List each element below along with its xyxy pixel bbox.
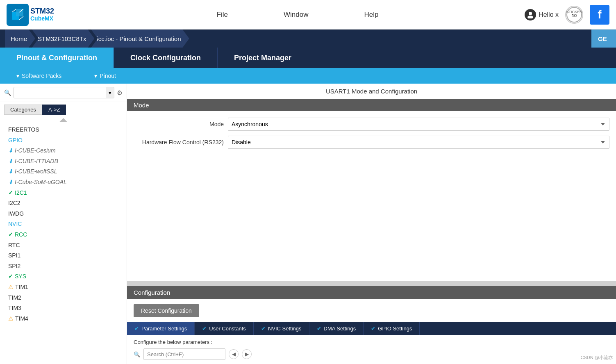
sidebar-item-rtc[interactable]: RTC — [6, 240, 127, 251]
sidebar-item-icube-ittiadb[interactable]: ⬇ I-CUBE-ITTIADB — [6, 156, 127, 167]
svg-text:10: 10 — [572, 13, 577, 18]
top-right-area: Hello x STICKER 10 f — [525, 5, 609, 25]
breadcrumb-bar: Home STM32F103C8Tx icc.ioc - Pinout & Co… — [0, 30, 616, 48]
tim2-label: TIM2 — [8, 294, 21, 302]
categories-label: Categories — [10, 107, 36, 113]
breadcrumb-file[interactable]: icc.ioc - Pinout & Configuration — [91, 30, 189, 48]
logo-stm32: STM32 — [30, 7, 54, 16]
icube-cesium-label: I-CUBE-Cesium — [15, 147, 56, 155]
config-tab-gpio-settings[interactable]: ✔ GPIO Settings — [364, 322, 420, 335]
warning-icon-tim4: ⚠ — [8, 315, 14, 323]
sidebar-item-i2c1[interactable]: ✓ I2C1 — [6, 188, 127, 198]
breadcrumb-right[interactable]: GE — [591, 30, 616, 48]
tim3-label: TIM3 — [8, 304, 21, 312]
hw-flow-select[interactable]: Disable — [228, 136, 609, 149]
tim4-label: TIM4 — [15, 315, 28, 323]
sidebar-search-area: 🔍 ▾ ⚙ — [0, 84, 127, 102]
sidebar-item-tim4[interactable]: ⚠ TIM4 — [6, 314, 127, 324]
breadcrumb-chip[interactable]: STM32F103C8Tx — [32, 30, 94, 48]
config-tab-parameter-settings[interactable]: ✔ Parameter Settings — [127, 322, 195, 335]
sidebar-item-iwdg[interactable]: IWDG — [6, 209, 127, 219]
breadcrumb-home-label: Home — [11, 35, 27, 42]
subnav-software-packs[interactable]: ▾ Software Packs — [0, 68, 78, 84]
tab-project-label: Project Manager — [234, 54, 291, 62]
iwdg-label: IWDG — [8, 210, 24, 218]
i2c2-label: I2C2 — [8, 199, 20, 207]
sidebar-item-tim1[interactable]: ⚠ TIM1 — [6, 282, 127, 293]
breadcrumb-right-label: GE — [598, 35, 607, 42]
search-dropdown-button[interactable]: ▾ — [106, 87, 114, 98]
warning-icon-tim1: ⚠ — [8, 283, 14, 291]
hw-flow-form-row: Hardware Flow Control (RS232) Disable — [134, 136, 609, 149]
gpio-label: GPIO — [8, 136, 23, 145]
mode-section-header: Mode — [127, 99, 616, 111]
config-section-header: Configuration — [127, 286, 616, 299]
watermark-text: CSDN @小流亦 — [581, 355, 613, 360]
search-input-container[interactable]: ▾ — [14, 87, 114, 98]
config-tab-user-constants[interactable]: ✔ User Constants — [195, 322, 254, 335]
sidebar-item-freertos[interactable]: FREERTOS — [6, 125, 127, 135]
search-icon: 🔍 — [4, 89, 11, 96]
nvic-label: NVIC — [8, 220, 22, 228]
config-tab-nvic-settings[interactable]: ✔ NVIC Settings — [254, 322, 309, 335]
download-icon-wolfssl: ⬇ — [8, 168, 13, 176]
logo-area[interactable]: STM32 CubeMX — [7, 4, 54, 26]
breadcrumb-home[interactable]: Home — [5, 30, 35, 48]
i2c1-label: I2C1 — [15, 189, 27, 197]
sidebar-item-icube-wolfssl[interactable]: ⬇ I-CUBE-wolfSSL — [6, 166, 127, 177]
search-input[interactable] — [14, 87, 106, 98]
sidebar-item-spi1[interactable]: SPI1 — [6, 250, 127, 261]
nav-file[interactable]: File — [214, 9, 231, 20]
spi1-label: SPI1 — [8, 252, 20, 260]
configure-params-text: Configure the below parameters : — [134, 339, 212, 345]
subnav-pinout[interactable]: ▾ Pinout — [78, 68, 132, 84]
tab-pinout-config[interactable]: Pinout & Configuration — [0, 48, 114, 68]
reset-configuration-button[interactable]: Reset Configuration — [134, 304, 199, 317]
sidebar-item-spi2[interactable]: SPI2 — [6, 261, 127, 272]
sidebar-tab-categories[interactable]: Categories — [4, 105, 42, 115]
sidebar: 🔍 ▾ ⚙ Categories A->Z FREERTOS GPI — [0, 84, 127, 364]
sidebar-item-tim3[interactable]: TIM3 — [6, 303, 127, 314]
sidebar-item-sys[interactable]: ✓ SYS — [6, 271, 127, 282]
sidebar-item-gpio[interactable]: GPIO — [6, 135, 127, 146]
sidebar-item-nvic[interactable]: NVIC — [6, 219, 127, 230]
scroll-up-area[interactable] — [0, 117, 127, 123]
nav-prev-button[interactable]: ◀ — [229, 349, 239, 359]
sidebar-item-tim2[interactable]: TIM2 — [6, 293, 127, 303]
nav-next-button[interactable]: ▶ — [242, 349, 252, 359]
config-section-label: Configuration — [134, 289, 170, 296]
sidebar-tab-az[interactable]: A->Z — [42, 105, 66, 115]
check-icon-param: ✔ — [134, 325, 139, 332]
scroll-up-button[interactable] — [59, 118, 68, 122]
tab-project-manager[interactable]: Project Manager — [218, 48, 308, 68]
chevron-down-icon-2: ▾ — [94, 73, 97, 79]
sidebar-tabs: Categories A->Z — [0, 102, 127, 117]
reset-btn-label: Reset Configuration — [141, 307, 192, 314]
freertos-label: FREERTOS — [8, 126, 39, 134]
nav-help[interactable]: Help — [361, 9, 382, 20]
user-area[interactable]: Hello x — [525, 9, 559, 20]
svg-point-6 — [527, 16, 533, 18]
facebook-button[interactable]: f — [590, 5, 609, 25]
sub-navigation: ▾ Software Packs ▾ Pinout — [0, 68, 616, 84]
logo-cubemx: CubeMX — [30, 16, 54, 22]
logo-text: STM32 CubeMX — [30, 7, 54, 22]
config-tab-dma-settings[interactable]: ✔ DMA Settings — [309, 322, 364, 335]
check-icon-i2c1: ✓ — [8, 189, 13, 197]
settings-icon[interactable]: ⚙ — [117, 89, 123, 97]
download-icon-cesium: ⬇ — [8, 147, 13, 155]
rcc-label: RCC — [15, 231, 27, 239]
breadcrumb-chip-label: STM32F103C8Tx — [38, 35, 86, 42]
mode-select[interactable]: Asynchronous — [228, 118, 609, 131]
sidebar-item-icube-cesium[interactable]: ⬇ I-CUBE-Cesium — [6, 146, 127, 156]
main-tab-header: Pinout & Configuration Clock Configurati… — [0, 48, 616, 68]
check-icon-sys: ✓ — [8, 273, 13, 281]
nav-window[interactable]: Window — [280, 9, 311, 20]
tab-clock-config[interactable]: Clock Configuration — [114, 48, 218, 68]
param-settings-label: Parameter Settings — [141, 325, 187, 332]
sidebar-item-rcc[interactable]: ✓ RCC — [6, 230, 127, 240]
sidebar-item-icube-som-ugoal[interactable]: ⬇ I-Cube-SoM-uGOAL — [6, 177, 127, 188]
param-search-input[interactable] — [143, 348, 225, 360]
sidebar-item-i2c2[interactable]: I2C2 — [6, 198, 127, 209]
right-content: USART1 Mode and Configuration Mode Mode … — [127, 84, 616, 364]
